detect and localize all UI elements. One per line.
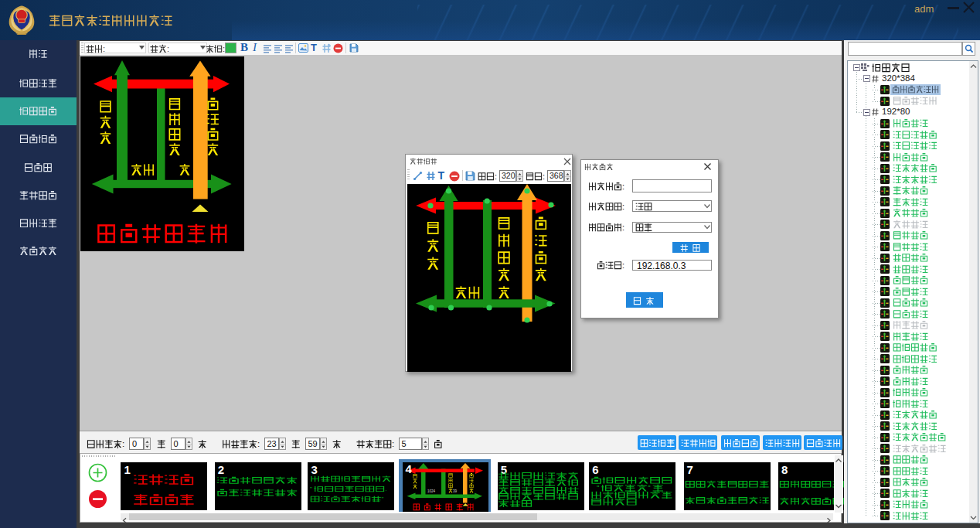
svg-text:": " [381,496,383,502]
svg-text::: : [103,43,105,53]
svg-text::: : [622,201,624,210]
svg-text::: : [392,439,394,448]
svg-text:1024: 1024 [427,489,436,493]
svg-text:": " [310,485,312,492]
svg-text::: : [257,439,260,448]
svg-text::: : [622,181,624,190]
svg-text::: : [122,439,124,448]
svg-text::: : [167,43,169,53]
svg-text:39: 39 [453,489,458,493]
svg-text::: : [495,172,497,181]
svg-text:.: . [385,485,386,492]
svg-text::: : [622,261,624,270]
svg-text::: : [543,172,545,181]
svg-text::: : [622,222,624,231]
